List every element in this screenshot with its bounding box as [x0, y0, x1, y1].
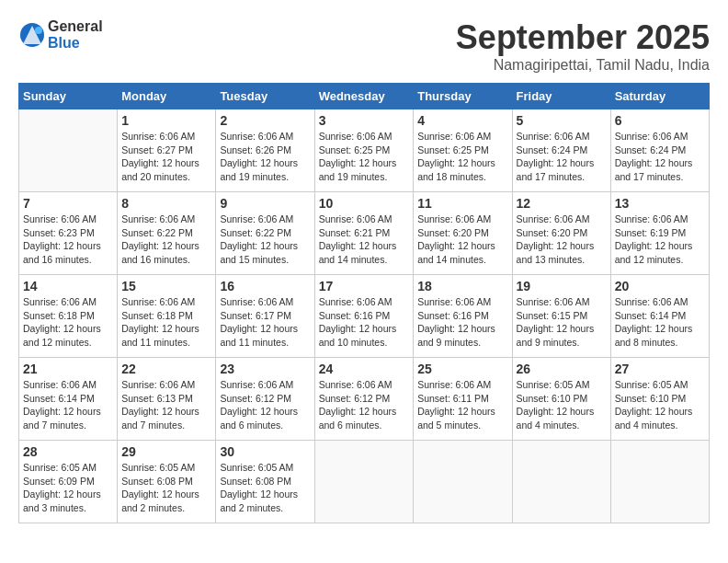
calendar-cell: 23Sunrise: 6:06 AM Sunset: 6:12 PM Dayli… [216, 358, 314, 441]
calendar-cell: 6Sunrise: 6:06 AM Sunset: 6:24 PM Daylig… [610, 109, 709, 192]
day-info: Sunrise: 6:06 AM Sunset: 6:25 PM Dayligh… [319, 130, 410, 184]
day-info: Sunrise: 6:06 AM Sunset: 6:20 PM Dayligh… [517, 213, 607, 267]
day-header-wednesday: Wednesday [314, 84, 414, 109]
day-header-friday: Friday [512, 84, 610, 109]
day-header-monday: Monday [118, 84, 216, 109]
day-number: 16 [220, 279, 310, 293]
day-info: Sunrise: 6:06 AM Sunset: 6:17 PM Dayligh… [220, 295, 310, 350]
header: General Blue September 2025 Namagiripett… [18, 18, 710, 74]
day-info: Sunrise: 6:06 AM Sunset: 6:16 PM Dayligh… [319, 295, 410, 350]
calendar-week-1: 1Sunrise: 6:06 AM Sunset: 6:27 PM Daylig… [19, 109, 710, 192]
day-number: 21 [23, 362, 113, 376]
day-info: Sunrise: 6:06 AM Sunset: 6:14 PM Dayligh… [23, 378, 113, 432]
calendar-cell: 28Sunrise: 6:05 AM Sunset: 6:09 PM Dayli… [19, 441, 118, 523]
calendar-cell: 9Sunrise: 6:06 AM Sunset: 6:22 PM Daylig… [216, 192, 314, 275]
logo-icon [18, 21, 46, 49]
calendar-cell: 10Sunrise: 6:06 AM Sunset: 6:21 PM Dayli… [314, 192, 414, 275]
calendar-header-row: SundayMondayTuesdayWednesdayThursdayFrid… [19, 84, 710, 109]
month-year-title: September 2025 [456, 18, 710, 57]
day-number: 29 [121, 444, 211, 459]
day-number: 5 [517, 113, 607, 128]
title-section: September 2025 Namagiripettai, Tamil Nad… [456, 18, 710, 74]
day-info: Sunrise: 6:06 AM Sunset: 6:25 PM Dayligh… [417, 130, 507, 184]
day-number: 8 [121, 196, 211, 211]
calendar-cell: 4Sunrise: 6:06 AM Sunset: 6:25 PM Daylig… [414, 109, 512, 192]
day-number: 24 [319, 362, 410, 376]
day-info: Sunrise: 6:05 AM Sunset: 6:08 PM Dayligh… [121, 461, 211, 515]
calendar-cell: 25Sunrise: 6:06 AM Sunset: 6:11 PM Dayli… [414, 358, 512, 441]
calendar-week-5: 28Sunrise: 6:05 AM Sunset: 6:09 PM Dayli… [19, 441, 710, 523]
day-number: 2 [220, 113, 310, 128]
calendar-cell: 20Sunrise: 6:06 AM Sunset: 6:14 PM Dayli… [610, 275, 709, 358]
calendar-table: SundayMondayTuesdayWednesdayThursdayFrid… [18, 83, 710, 523]
day-info: Sunrise: 6:06 AM Sunset: 6:23 PM Dayligh… [23, 213, 113, 267]
day-info: Sunrise: 6:05 AM Sunset: 6:08 PM Dayligh… [220, 461, 310, 515]
calendar-cell [19, 109, 118, 192]
location-subtitle: Namagiripettai, Tamil Nadu, India [456, 57, 710, 74]
day-number: 27 [615, 362, 705, 376]
day-info: Sunrise: 6:06 AM Sunset: 6:26 PM Dayligh… [220, 130, 310, 184]
calendar-cell: 18Sunrise: 6:06 AM Sunset: 6:16 PM Dayli… [414, 275, 512, 358]
day-info: Sunrise: 6:06 AM Sunset: 6:12 PM Dayligh… [220, 378, 310, 432]
svg-point-2 [35, 27, 42, 34]
logo-blue: Blue [48, 35, 103, 52]
calendar-cell: 2Sunrise: 6:06 AM Sunset: 6:26 PM Daylig… [216, 109, 314, 192]
calendar-cell: 27Sunrise: 6:05 AM Sunset: 6:10 PM Dayli… [610, 358, 709, 441]
day-number: 11 [417, 196, 507, 211]
calendar-cell: 8Sunrise: 6:06 AM Sunset: 6:22 PM Daylig… [118, 192, 216, 275]
logo: General Blue [18, 18, 103, 52]
calendar-cell [610, 441, 709, 523]
day-number: 3 [319, 113, 410, 128]
day-number: 4 [417, 113, 507, 128]
day-number: 30 [220, 444, 310, 459]
day-header-tuesday: Tuesday [216, 84, 314, 109]
day-number: 6 [615, 113, 705, 128]
day-header-sunday: Sunday [19, 84, 118, 109]
calendar-cell: 26Sunrise: 6:05 AM Sunset: 6:10 PM Dayli… [512, 358, 610, 441]
day-info: Sunrise: 6:06 AM Sunset: 6:27 PM Dayligh… [121, 130, 211, 184]
calendar-cell: 21Sunrise: 6:06 AM Sunset: 6:14 PM Dayli… [19, 358, 118, 441]
day-header-saturday: Saturday [610, 84, 709, 109]
day-info: Sunrise: 6:06 AM Sunset: 6:14 PM Dayligh… [615, 295, 705, 350]
day-info: Sunrise: 6:06 AM Sunset: 6:13 PM Dayligh… [121, 378, 211, 432]
calendar-cell [314, 441, 414, 523]
calendar-cell: 11Sunrise: 6:06 AM Sunset: 6:20 PM Dayli… [414, 192, 512, 275]
calendar-cell: 24Sunrise: 6:06 AM Sunset: 6:12 PM Dayli… [314, 358, 414, 441]
calendar-cell: 19Sunrise: 6:06 AM Sunset: 6:15 PM Dayli… [512, 275, 610, 358]
day-info: Sunrise: 6:06 AM Sunset: 6:22 PM Dayligh… [220, 213, 310, 267]
logo-general: General [48, 18, 103, 35]
day-number: 18 [417, 279, 507, 293]
day-info: Sunrise: 6:06 AM Sunset: 6:24 PM Dayligh… [615, 130, 705, 184]
calendar-cell: 29Sunrise: 6:05 AM Sunset: 6:08 PM Dayli… [118, 441, 216, 523]
day-number: 12 [517, 196, 607, 211]
day-info: Sunrise: 6:05 AM Sunset: 6:09 PM Dayligh… [23, 461, 113, 515]
calendar-cell: 1Sunrise: 6:06 AM Sunset: 6:27 PM Daylig… [118, 109, 216, 192]
calendar-cell: 5Sunrise: 6:06 AM Sunset: 6:24 PM Daylig… [512, 109, 610, 192]
calendar-week-2: 7Sunrise: 6:06 AM Sunset: 6:23 PM Daylig… [19, 192, 710, 275]
day-number: 23 [220, 362, 310, 376]
calendar-cell: 13Sunrise: 6:06 AM Sunset: 6:19 PM Dayli… [610, 192, 709, 275]
day-number: 9 [220, 196, 310, 211]
day-header-thursday: Thursday [414, 84, 512, 109]
calendar-cell: 7Sunrise: 6:06 AM Sunset: 6:23 PM Daylig… [19, 192, 118, 275]
day-number: 15 [121, 279, 211, 293]
day-info: Sunrise: 6:06 AM Sunset: 6:20 PM Dayligh… [417, 213, 507, 267]
calendar-cell: 17Sunrise: 6:06 AM Sunset: 6:16 PM Dayli… [314, 275, 414, 358]
calendar-cell: 22Sunrise: 6:06 AM Sunset: 6:13 PM Dayli… [118, 358, 216, 441]
day-number: 1 [121, 113, 211, 128]
day-number: 20 [615, 279, 705, 293]
day-info: Sunrise: 6:06 AM Sunset: 6:19 PM Dayligh… [615, 213, 705, 267]
day-number: 28 [23, 444, 113, 459]
day-number: 7 [23, 196, 113, 211]
day-number: 25 [417, 362, 507, 376]
day-info: Sunrise: 6:06 AM Sunset: 6:22 PM Dayligh… [121, 213, 211, 267]
day-number: 17 [319, 279, 410, 293]
day-info: Sunrise: 6:06 AM Sunset: 6:18 PM Dayligh… [121, 295, 211, 350]
calendar-cell: 12Sunrise: 6:06 AM Sunset: 6:20 PM Dayli… [512, 192, 610, 275]
day-info: Sunrise: 6:06 AM Sunset: 6:24 PM Dayligh… [517, 130, 607, 184]
day-number: 10 [319, 196, 410, 211]
calendar-cell: 14Sunrise: 6:06 AM Sunset: 6:18 PM Dayli… [19, 275, 118, 358]
calendar-cell [512, 441, 610, 523]
day-number: 26 [517, 362, 607, 376]
calendar-cell: 16Sunrise: 6:06 AM Sunset: 6:17 PM Dayli… [216, 275, 314, 358]
